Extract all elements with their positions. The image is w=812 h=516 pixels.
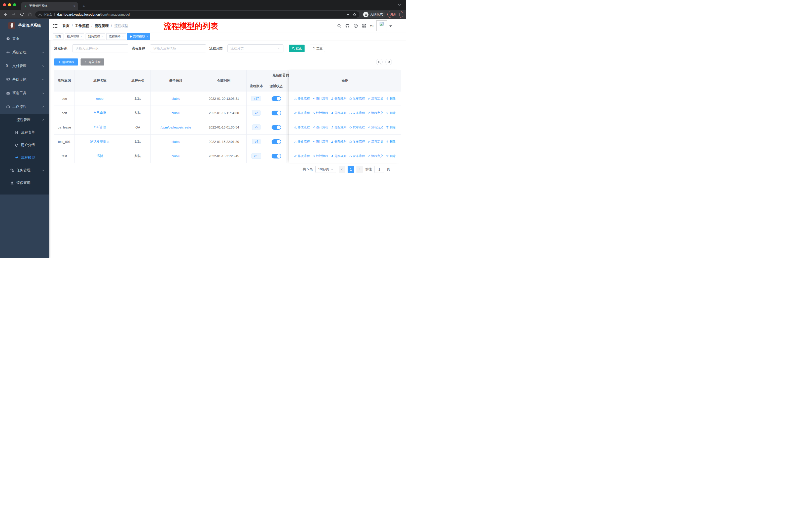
active-toggle[interactable] xyxy=(271,111,281,115)
action-link-assign[interactable]: 分配规则 xyxy=(331,154,347,158)
action-link-definition[interactable]: 流程定义 xyxy=(368,97,383,101)
back-button[interactable] xyxy=(3,12,8,17)
not-secure-warning-icon[interactable] xyxy=(38,13,42,17)
form-info-link[interactable]: biubiu xyxy=(171,97,180,101)
github-icon[interactable] xyxy=(345,23,350,28)
update-button[interactable]: 更新 ⋮ xyxy=(387,11,403,18)
sidebar-item-devtools[interactable]: 研发工具 xyxy=(0,86,49,100)
import-process-button[interactable]: 导入流程 xyxy=(81,58,104,65)
sidebar-item-process-mgmt[interactable]: 流程管理 xyxy=(0,114,49,126)
sidebar-logo[interactable]: 芋道管理系统 xyxy=(0,19,49,32)
forward-button[interactable] xyxy=(11,12,16,17)
action-link-publish[interactable]: 发布流程 xyxy=(349,125,365,130)
url-path[interactable]: /bpm/manager/model xyxy=(100,13,129,17)
process-category-select[interactable]: 流程分类 xyxy=(227,44,283,52)
password-key-icon[interactable] xyxy=(345,12,349,17)
tag-close-icon[interactable]: × xyxy=(122,35,124,38)
action-link-delete[interactable]: 删除 xyxy=(386,97,396,101)
form-info-link[interactable]: biubiu xyxy=(171,140,180,144)
window-close-button[interactable] xyxy=(3,3,6,6)
next-page-button[interactable] xyxy=(356,166,363,173)
url-host[interactable]: dashboard.yudao.iocoder.cn xyxy=(57,13,100,17)
action-link-delete[interactable]: 删除 xyxy=(386,154,396,158)
sidebar-item-home[interactable]: 首页 xyxy=(0,32,49,46)
update-label[interactable]: 更新 xyxy=(390,12,397,17)
action-link-assign[interactable]: 分配规则 xyxy=(331,125,347,130)
font-size-icon[interactable]: ᴛT xyxy=(370,23,375,28)
new-tab-button[interactable]: + xyxy=(83,4,85,9)
breadcrumb-item[interactable]: 首页 xyxy=(62,24,69,28)
action-link-design[interactable]: 设计流程 xyxy=(312,140,328,144)
action-link-edit[interactable]: 修改流程 xyxy=(294,111,310,115)
sidebar-item-payment[interactable]: ¥支付管理 xyxy=(0,59,49,73)
tag-close-icon[interactable]: × xyxy=(146,35,148,38)
tag-租户管理[interactable]: 租户管理× xyxy=(65,33,84,40)
window-minimize-button[interactable] xyxy=(8,3,11,6)
form-info-link[interactable]: biubiu xyxy=(171,111,180,115)
form-info-link[interactable]: /bpm/oa/leave/create xyxy=(161,126,191,129)
action-link-publish[interactable]: 发布流程 xyxy=(349,154,365,158)
toggle-search-button[interactable] xyxy=(376,59,383,65)
process-key-input[interactable] xyxy=(72,44,128,52)
reset-button[interactable]: 重置 xyxy=(310,45,325,52)
action-link-publish[interactable]: 发布流程 xyxy=(349,140,365,144)
action-link-edit[interactable]: 修改流程 xyxy=(294,125,310,130)
action-link-publish[interactable]: 发布流程 xyxy=(349,97,365,101)
active-toggle[interactable] xyxy=(271,139,281,144)
goto-page-input[interactable] xyxy=(374,166,384,173)
user-avatar[interactable] xyxy=(376,20,387,31)
tab-search-caret-icon[interactable] xyxy=(398,3,401,6)
window-zoom-button[interactable] xyxy=(13,3,16,6)
active-toggle[interactable] xyxy=(271,96,281,101)
sidebar-item-task-mgmt[interactable]: 任务管理 xyxy=(0,164,49,176)
process-name-link[interactable]: 测试多审批人 xyxy=(90,139,110,144)
tag-close-icon[interactable]: × xyxy=(80,35,82,38)
sidebar-item-process-model[interactable]: 流程模型 xyxy=(0,152,49,164)
address-bar[interactable]: 不安全 dashboard.yudao.iocoder.cn /bpm/mana… xyxy=(35,11,359,18)
action-link-definition[interactable]: 流程定义 xyxy=(368,111,383,115)
action-link-design[interactable]: 设计流程 xyxy=(312,154,328,158)
action-link-definition[interactable]: 流程定义 xyxy=(368,125,383,130)
tab-close-icon[interactable]: × xyxy=(74,4,76,8)
action-link-definition[interactable]: 流程定义 xyxy=(368,140,383,144)
action-link-edit[interactable]: 修改流程 xyxy=(294,97,310,101)
process-name-input[interactable] xyxy=(150,44,206,52)
sidebar-item-process-form[interactable]: 流程表单 xyxy=(0,126,49,139)
action-link-design[interactable]: 设计流程 xyxy=(312,111,328,115)
process-name-link[interactable]: eeee xyxy=(96,97,104,101)
bookmark-star-icon[interactable] xyxy=(353,12,356,17)
active-toggle[interactable] xyxy=(271,125,281,130)
process-name-link[interactable]: 滔博 xyxy=(97,154,103,158)
breadcrumb-item[interactable]: 流程管理 xyxy=(95,24,109,28)
breadcrumb-item[interactable]: 工作流程 xyxy=(75,24,89,28)
page-size-select[interactable]: 10条/页 xyxy=(315,166,336,173)
form-info-link[interactable]: biubiu xyxy=(171,154,180,158)
not-secure-label[interactable]: 不安全 xyxy=(43,12,52,17)
sidebar-item-infra[interactable]: 基础设施 xyxy=(0,73,49,86)
browser-menu-icon[interactable]: ⋮ xyxy=(398,13,401,16)
action-link-definition[interactable]: 流程定义 xyxy=(368,154,383,158)
sidebar-item-system[interactable]: 系统管理 xyxy=(0,46,49,59)
process-name-link[interactable]: OA 请假 xyxy=(94,125,106,130)
refresh-table-button[interactable] xyxy=(385,59,392,65)
current-page-button[interactable]: 1 xyxy=(348,166,354,173)
help-icon[interactable] xyxy=(353,23,358,28)
action-link-assign[interactable]: 分配规则 xyxy=(331,140,347,144)
action-link-delete[interactable]: 删除 xyxy=(386,140,396,144)
sidebar-item-workflow[interactable]: 工作流程 xyxy=(0,100,49,114)
sidebar-item-user-group[interactable]: 用户分组 xyxy=(0,139,49,152)
hamburger-icon[interactable] xyxy=(53,23,58,28)
create-process-button[interactable]: 新建流程 xyxy=(54,58,78,65)
browser-tab[interactable]: 芋道管理系统 × xyxy=(21,2,78,10)
avatar-caret-icon[interactable] xyxy=(389,25,392,27)
fullscreen-icon[interactable] xyxy=(362,23,367,28)
process-name-link[interactable]: 自己审批 xyxy=(93,111,107,115)
sidebar-item-leave-query[interactable]: 请假查询 xyxy=(0,176,49,189)
action-link-design[interactable]: 设计流程 xyxy=(312,97,328,101)
action-link-assign[interactable]: 分配规则 xyxy=(331,97,347,101)
tag-close-icon[interactable]: × xyxy=(101,35,103,38)
tag-我的流程[interactable]: 我的流程× xyxy=(86,33,105,40)
active-toggle[interactable] xyxy=(271,154,281,159)
action-link-assign[interactable]: 分配规则 xyxy=(331,111,347,115)
action-link-edit[interactable]: 修改流程 xyxy=(294,154,310,158)
